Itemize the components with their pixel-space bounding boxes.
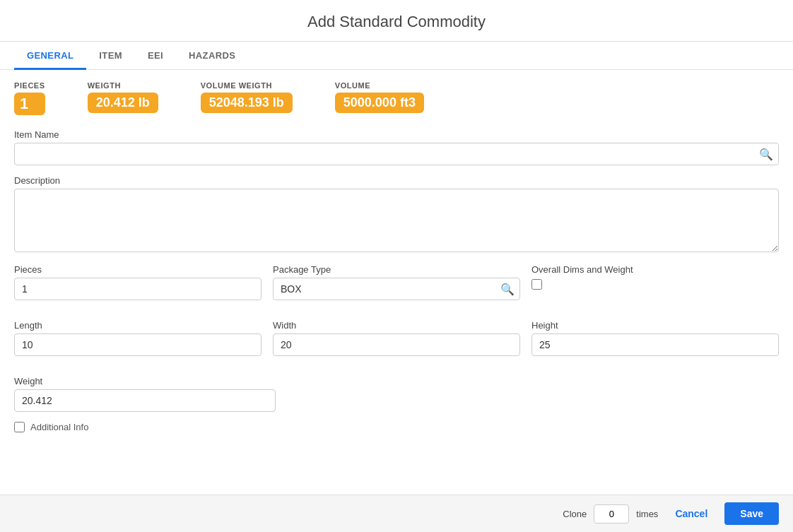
- package-type-search-button[interactable]: 🔍: [500, 283, 515, 296]
- row-pieces-package: Pieces Package Type 🔍 Overall Dims and W…: [14, 264, 779, 310]
- tab-item[interactable]: ITEM: [86, 42, 135, 70]
- length-group: Length: [14, 320, 262, 356]
- tabs-bar: GENERAL ITEM EEI HAZARDS: [0, 42, 793, 70]
- stat-volume-value: 5000.000 ft3: [335, 93, 424, 113]
- width-group: Width: [273, 320, 520, 356]
- stat-pieces-label: PIECES: [14, 81, 45, 90]
- stat-volume-label: VOLUME: [335, 81, 424, 90]
- stat-weight: WEIGTH 20.412 lb: [88, 81, 158, 113]
- package-type-group: Package Type 🔍: [273, 264, 520, 300]
- description-label: Description: [14, 175, 779, 186]
- height-group: Height: [531, 320, 779, 356]
- height-input[interactable]: [531, 333, 779, 356]
- additional-info-checkbox[interactable]: [14, 422, 25, 432]
- overall-dims-group: Overall Dims and Weight: [531, 264, 779, 300]
- stat-weight-label: WEIGTH: [88, 81, 158, 90]
- description-input[interactable]: [14, 189, 779, 252]
- weight-group: Weight: [14, 376, 276, 412]
- search-icon: 🔍: [759, 148, 773, 160]
- pieces-input[interactable]: [14, 278, 262, 300]
- item-name-label: Item Name: [14, 129, 779, 140]
- width-label: Width: [273, 320, 520, 331]
- row-dimensions: Length Width Height: [14, 320, 779, 366]
- weight-input[interactable]: [14, 389, 276, 412]
- package-type-input-wrapper: 🔍: [273, 278, 520, 300]
- weight-label: Weight: [14, 376, 276, 386]
- pieces-group: Pieces: [14, 264, 262, 300]
- item-name-input-wrapper: 🔍: [14, 143, 779, 165]
- tab-hazards[interactable]: HAZARDS: [176, 42, 248, 70]
- stat-volume-weight-label: VOLUME WEIGTH: [201, 81, 293, 90]
- package-type-input[interactable]: [273, 278, 520, 300]
- stats-row: PIECES 1 WEIGTH 20.412 lb VOLUME WEIGTH …: [14, 81, 779, 115]
- overall-dims-checkbox[interactable]: [531, 279, 542, 290]
- length-input[interactable]: [14, 333, 262, 356]
- package-search-icon: 🔍: [500, 283, 515, 295]
- pieces-label: Pieces: [14, 264, 262, 275]
- tab-general[interactable]: GENERAL: [14, 42, 86, 70]
- page-title: Add Standard Commodity: [307, 13, 486, 30]
- additional-info-label: Additional Info: [30, 422, 88, 432]
- stat-volume-weight-value: 52048.193 lb: [201, 93, 293, 113]
- package-type-label: Package Type: [273, 264, 520, 275]
- item-name-search-button[interactable]: 🔍: [759, 148, 773, 161]
- content-area: PIECES 1 WEIGTH 20.412 lb VOLUME WEIGTH …: [0, 70, 793, 489]
- description-group: Description: [14, 175, 779, 254]
- page-header: Add Standard Commodity: [0, 0, 793, 42]
- length-label: Length: [14, 320, 262, 331]
- item-name-input[interactable]: [14, 143, 779, 165]
- height-label: Height: [531, 320, 779, 331]
- stat-pieces-value: 1: [14, 93, 45, 115]
- stat-pieces: PIECES 1: [14, 81, 45, 115]
- stat-volume-weight: VOLUME WEIGTH 52048.193 lb: [201, 81, 293, 113]
- stat-weight-value: 20.412 lb: [88, 93, 158, 113]
- tab-eei[interactable]: EEI: [135, 42, 176, 70]
- stat-volume: VOLUME 5000.000 ft3: [335, 81, 424, 113]
- width-input[interactable]: [273, 333, 520, 356]
- overall-dims-label: Overall Dims and Weight: [531, 264, 779, 275]
- item-name-group: Item Name 🔍: [14, 129, 779, 165]
- additional-info-row: Additional Info: [14, 422, 779, 432]
